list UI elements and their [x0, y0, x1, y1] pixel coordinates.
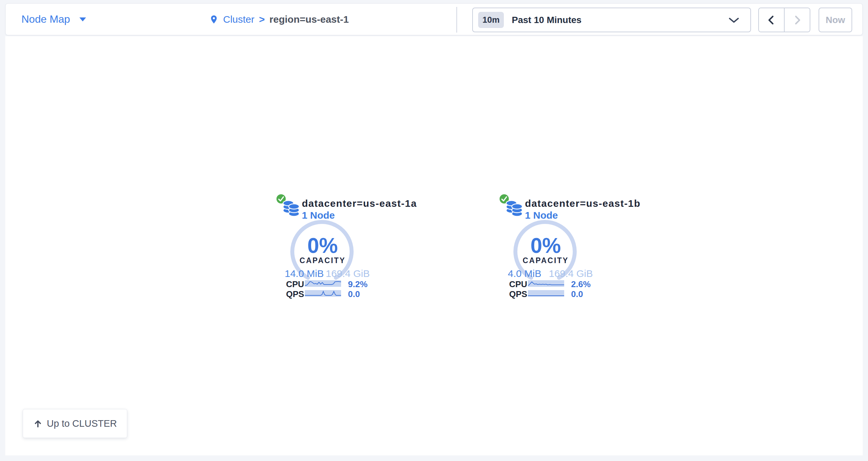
node-map-screen: Node Map Cluster > region=us-east-1 10m …: [0, 0, 868, 461]
node-map-panel: datacenter=us-east-1a 1 Node 0% CAPACITY…: [5, 36, 863, 455]
breadcrumb: Cluster > region=us-east-1: [209, 4, 349, 35]
arrow-up-icon: [33, 419, 43, 428]
chevron-down-icon: [728, 18, 739, 23]
breadcrumb-cluster-link[interactable]: Cluster: [223, 14, 254, 25]
capacity-used: 14.0 MiB: [285, 268, 323, 279]
capacity-values: 14.0 MiB 169.4 GiB: [270, 268, 376, 279]
capacity-percent: 0%: [270, 233, 376, 258]
qps-label: QPS: [286, 289, 304, 299]
location-pin-icon: [209, 13, 218, 25]
capacity-total: 169.4 GiB: [549, 268, 593, 279]
time-back-button[interactable]: [759, 8, 784, 32]
view-selector-dropdown[interactable]: Node Map: [22, 4, 86, 35]
capacity-label: CAPACITY: [493, 256, 599, 265]
cpu-label: CPU: [509, 279, 527, 290]
qps-value: 0.0: [571, 289, 583, 299]
time-window-badge: 10m: [478, 12, 504, 28]
database-stack-icon: [283, 200, 300, 217]
time-window-label: Past 10 Minutes: [512, 15, 582, 25]
datacenter-name: datacenter=us-east-1b: [525, 198, 641, 209]
qps-metric-row: QPS 0.0: [493, 290, 599, 297]
topbar: Node Map Cluster > region=us-east-1 10m …: [5, 3, 863, 35]
cpu-metric-row: CPU 9.2%: [270, 280, 376, 287]
cpu-metric-row: CPU 2.6%: [493, 280, 599, 287]
breadcrumb-current: region=us-east-1: [270, 14, 349, 25]
datacenter-name: datacenter=us-east-1a: [302, 198, 417, 209]
chevron-down-icon: [80, 18, 86, 22]
cpu-sparkline: [528, 280, 564, 287]
capacity-label: CAPACITY: [270, 256, 376, 265]
view-selector-label: Node Map: [22, 13, 70, 25]
capacity-values: 4.0 MiB 169.4 GiB: [493, 268, 599, 279]
qps-label: QPS: [509, 289, 527, 299]
topbar-divider: [457, 7, 457, 33]
qps-sparkline: [305, 290, 341, 297]
qps-metric-row: QPS 0.0: [270, 290, 376, 297]
time-window-dropdown[interactable]: 10m Past 10 Minutes: [472, 7, 751, 32]
capacity-percent: 0%: [493, 233, 599, 258]
breadcrumb-separator: >: [259, 14, 265, 25]
qps-value: 0.0: [348, 289, 360, 299]
now-button[interactable]: Now: [818, 7, 852, 32]
cpu-sparkline: [305, 280, 341, 287]
chevron-left-icon: [766, 15, 777, 25]
time-forward-button[interactable]: [784, 8, 810, 32]
capacity-used: 4.0 MiB: [508, 268, 541, 279]
datacenter-card-us-east-1b[interactable]: datacenter=us-east-1b 1 Node 0% CAPACITY…: [493, 193, 599, 303]
cpu-value: 2.6%: [571, 279, 591, 290]
up-to-cluster-label: Up to CLUSTER: [47, 418, 117, 429]
database-stack-icon: [506, 200, 523, 217]
time-nav-group: [758, 7, 810, 32]
datacenter-card-us-east-1a[interactable]: datacenter=us-east-1a 1 Node 0% CAPACITY…: [270, 193, 376, 303]
up-to-cluster-button[interactable]: Up to CLUSTER: [23, 409, 127, 438]
cpu-value: 9.2%: [348, 279, 367, 290]
chevron-right-icon: [792, 15, 802, 25]
qps-sparkline: [528, 290, 564, 297]
cpu-label: CPU: [286, 279, 304, 290]
capacity-total: 169.4 GiB: [326, 268, 370, 279]
